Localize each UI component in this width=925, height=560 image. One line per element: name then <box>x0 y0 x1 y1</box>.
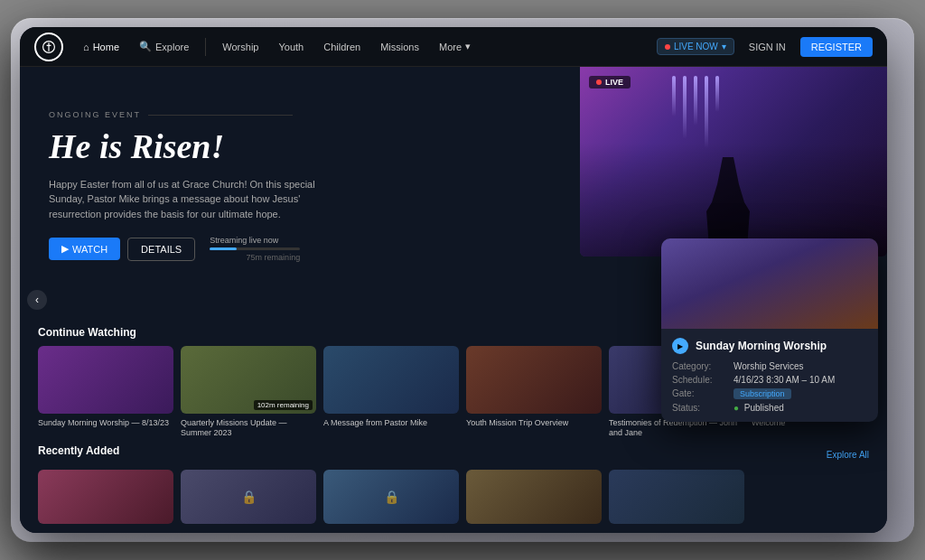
lock-icon-2: 🔒 <box>241 490 257 504</box>
video-card-2[interactable]: 102m remaining Quarterly Missions Update… <box>181 346 316 439</box>
nav-links: ⌂ Home 🔍 Explore Worship Youth Children <box>74 37 657 56</box>
nav-missions[interactable]: Missions <box>371 38 428 56</box>
live-indicator-dot <box>665 44 670 50</box>
hero-title: He is Risen! <box>49 128 858 166</box>
search-icon: 🔍 <box>139 41 152 52</box>
recent-card-2[interactable]: 🔒 <box>181 470 316 524</box>
video-title-1: Sunday Morning Worship — 8/13/23 <box>38 418 173 429</box>
popup-body: ▶ Sunday Morning Worship Category: Worsh… <box>661 329 878 422</box>
video-title-4: Youth Mission Trip Overview <box>466 418 602 429</box>
nav-right: LIVE NOW ▾ SIGN IN REGISTER <box>657 37 873 57</box>
chevron-down-icon: ▾ <box>465 41 471 52</box>
nav-home[interactable]: ⌂ Home <box>74 38 128 56</box>
video-title-2: Quarterly Missions Update — Summer 2023 <box>181 418 316 439</box>
progress-fill <box>210 247 237 250</box>
recent-thumb-5 <box>609 470 744 524</box>
recently-added-grid: 🔒 🔒 <box>38 470 869 524</box>
main-content: LIVE ‹ ONGOING EVENT He is Risen! <box>20 67 887 533</box>
nav-divider <box>205 38 206 56</box>
gate-badge: Subscription <box>733 388 791 399</box>
navbar: ⌂ Home 🔍 Explore Worship Youth Children <box>20 27 887 67</box>
ongoing-label: ONGOING EVENT <box>49 110 858 119</box>
light-bar <box>715 76 719 112</box>
video-card-3[interactable]: A Message from Pastor Mike <box>323 346 459 439</box>
watch-button[interactable]: ▶ WATCH <box>49 238 120 260</box>
prev-arrow[interactable]: ‹ <box>27 290 47 310</box>
recent-card-1[interactable] <box>38 470 173 524</box>
popup-category-value: Worship Services <box>733 361 804 371</box>
play-icon: ▶ <box>61 243 69 255</box>
progress-remaining: 75m remaining <box>210 253 300 262</box>
remaining-overlay-2: 102m remaining <box>254 400 313 410</box>
recent-card-4[interactable] <box>466 470 602 524</box>
home-icon: ⌂ <box>83 42 89 52</box>
nav-more[interactable]: More ▾ <box>430 37 480 56</box>
recent-thumb-2: 🔒 <box>181 470 316 524</box>
popup-schedule-row: Schedule: 4/16/23 8:30 AM – 10 AM <box>672 375 867 385</box>
progress-bar <box>210 247 300 250</box>
popup-category-label: Category: <box>672 361 726 371</box>
recent-thumb-3: 🔒 <box>323 470 459 524</box>
recently-added-header: Recently Added Explore All <box>38 444 869 464</box>
live-status-badge: LIVE <box>589 76 631 89</box>
register-button[interactable]: REGISTER <box>800 37 873 57</box>
app-window: ⌂ Home 🔍 Explore Worship Youth Children <box>20 27 887 533</box>
nav-youth[interactable]: Youth <box>269 38 313 56</box>
lock-icon-3: 🔒 <box>384 490 399 504</box>
popup-thumbnail <box>661 238 878 329</box>
device-frame: ⌂ Home 🔍 Explore Worship Youth Children <box>11 18 914 542</box>
nav-worship[interactable]: Worship <box>213 38 267 56</box>
popup-schedule-label: Schedule: <box>672 375 726 385</box>
popup-schedule-value: 4/16/23 8:30 AM – 10 AM <box>733 375 835 385</box>
signin-button[interactable]: SIGN IN <box>742 38 793 56</box>
video-thumb-4 <box>466 346 602 414</box>
streaming-info: Streaming live now 75m remaining <box>210 236 300 262</box>
nav-children[interactable]: Children <box>314 38 369 56</box>
live-now-button[interactable]: LIVE NOW ▾ <box>657 38 734 55</box>
video-thumb-3 <box>323 346 459 414</box>
recent-card-5[interactable] <box>609 470 744 524</box>
recently-added-title: Recently Added <box>38 444 119 457</box>
popup-details: Category: Worship Services Schedule: 4/1… <box>672 361 867 413</box>
video-card-1[interactable]: Sunday Morning Worship — 8/13/23 <box>38 346 173 439</box>
explore-all-link[interactable]: Explore All <box>827 450 869 460</box>
video-thumb-2: 102m remaining <box>181 346 316 414</box>
nav-explore[interactable]: 🔍 Explore <box>130 37 198 56</box>
streaming-label: Streaming live now <box>210 236 300 245</box>
play-button-popup[interactable]: ▶ <box>672 338 688 354</box>
popup-status-value: ● Published <box>733 403 784 413</box>
recent-card-3[interactable]: 🔒 <box>323 470 459 524</box>
popup-gate-label: Gate: <box>672 388 726 399</box>
popup-category-row: Category: Worship Services <box>672 361 867 371</box>
popup-header: ▶ Sunday Morning Worship <box>672 338 867 354</box>
video-thumb-1 <box>38 346 173 414</box>
popup-status-label: Status: <box>672 403 726 413</box>
chevron-down-icon: ▾ <box>722 42 726 51</box>
video-title-3: A Message from Pastor Mike <box>323 418 459 429</box>
video-card-4[interactable]: Youth Mission Trip Overview <box>466 346 602 439</box>
live-red-dot <box>596 79 602 85</box>
status-dot: ● <box>733 403 739 413</box>
recent-thumb-4 <box>466 470 602 524</box>
popup-gate-row: Gate: Subscription <box>672 388 867 399</box>
recent-thumb-1 <box>38 470 173 524</box>
popup-title: Sunday Morning Worship <box>696 340 827 352</box>
popup-status-row: Status: ● Published <box>672 403 867 413</box>
logo[interactable] <box>34 33 63 61</box>
popup-card: ▶ Sunday Morning Worship Category: Worsh… <box>661 238 878 422</box>
hero-description: Happy Easter from all of us at Grace Chu… <box>49 177 338 222</box>
details-button[interactable]: DETAILS <box>127 238 195 261</box>
